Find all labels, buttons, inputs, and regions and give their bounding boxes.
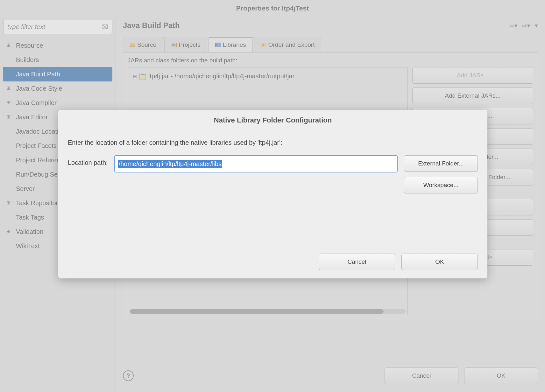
dialog-cancel-button[interactable]: Cancel xyxy=(319,254,395,270)
dialog-title: Native Library Folder Configuration xyxy=(58,110,487,129)
native-library-dialog: Native Library Folder Configuration Ente… xyxy=(58,110,487,278)
dialog-ok-button[interactable]: OK xyxy=(401,254,478,270)
workspace-button[interactable]: Workspace... xyxy=(404,177,478,193)
location-path-value: /home/qichenglin/ltp/ltp4j-master/libs xyxy=(118,160,223,168)
external-folder-button[interactable]: External Folder... xyxy=(404,155,478,172)
dialog-description: Enter the location of a folder containin… xyxy=(68,139,478,146)
location-path-input[interactable]: /home/qichenglin/ltp/ltp4j-master/libs xyxy=(114,155,398,172)
location-path-label: Location path: xyxy=(68,155,108,166)
